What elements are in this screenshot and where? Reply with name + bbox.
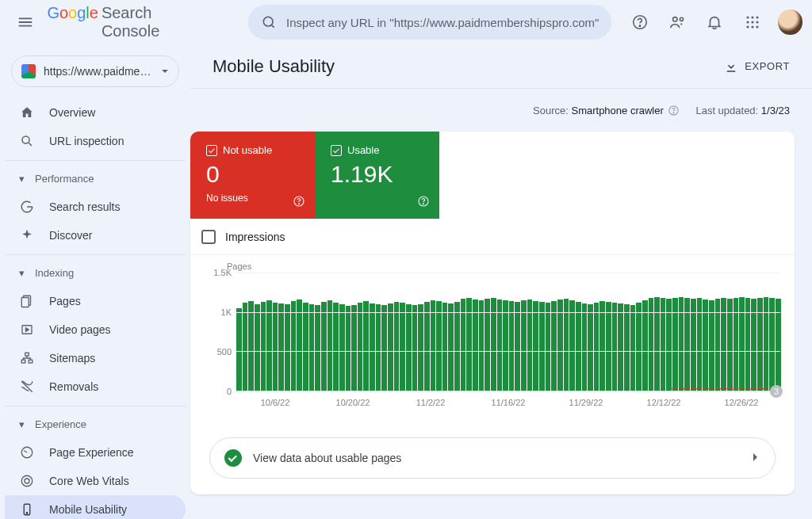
help-button[interactable] [624,6,655,38]
svg-point-5 [746,16,749,18]
section-title: Experience [35,418,86,430]
sidebar-item-search-results[interactable]: Search results [5,193,186,221]
sidebar-item-label: Sitemaps [49,352,95,364]
meta-row: Source: Smartphone crawler Last updated:… [190,89,812,132]
svg-point-6 [751,16,753,18]
chart-bar [309,304,315,391]
source-label: Source: [533,105,569,116]
export-button[interactable]: EXPORT [724,59,790,74]
view-usable-pages-row[interactable]: View data about usable pages [209,437,776,479]
svg-rect-20 [29,360,33,363]
sidebar-item-mobile-usability[interactable]: Mobile Usability [5,495,186,519]
google-logo[interactable]: Google Search Console [47,4,212,40]
chart-bar [442,303,448,391]
section-header-performance[interactable]: ▾ Performance [5,164,186,193]
checkbox-icon [331,145,342,156]
chart-bar [388,303,393,391]
section-title: Performance [35,173,94,185]
sidebar-item-overview[interactable]: Overview [5,98,186,127]
property-favicon [21,64,36,78]
chart-bar [612,303,618,391]
notifications-button[interactable] [699,6,730,38]
sidebar-item-label: Mobile Usability [49,503,127,516]
chart-bar [333,303,339,391]
chart-x-tick: 11/16/22 [469,398,547,407]
action-row-label: View data about usable pages [253,452,740,464]
mobile-icon [19,502,35,517]
chart-x-tick: 11/2/22 [392,398,469,407]
nav-menu-button[interactable] [10,6,40,38]
help-icon[interactable] [417,195,430,211]
chart-bar [557,300,563,391]
manage-users-button[interactable] [661,6,692,38]
tile-label: Usable [347,144,379,156]
svg-point-0 [263,17,273,26]
url-inspection-search[interactable]: Inspect any URL in "https://www.paidmemb… [248,5,611,40]
chart-bar [503,300,508,391]
tile-usable[interactable]: Usable 1.19K [315,132,439,219]
sidebar-item-discover[interactable]: Discover [5,221,186,250]
property-selector[interactable]: https://www.paidmem… [11,55,179,87]
chart-bar [497,300,503,391]
chart-bar [339,304,345,391]
tile-label: Not usable [223,144,272,156]
section-header-experience[interactable]: ▾ Experience [5,410,186,438]
chart-bar [515,302,520,391]
chart-footnote-badge[interactable]: 3 [770,385,783,398]
chart-bar [569,300,575,391]
sidebar-item-pages[interactable]: Pages [5,287,186,315]
chart-x-tick: 12/26/22 [703,398,780,407]
section-header-indexing[interactable]: ▾ Indexing [5,258,186,287]
chart-bar [327,300,333,391]
product-name: Search Console [102,4,212,40]
svg-point-23 [25,479,29,483]
sidebar-item-removals[interactable]: Removals [5,372,186,401]
chart-bar [297,300,302,391]
sidebar-item-page-experience[interactable]: Page Experience [5,438,186,467]
updated-value: 1/3/23 [761,105,790,116]
tile-subtext: No issues [206,193,299,204]
apps-button[interactable] [737,6,768,38]
updated-label: Last updated: [695,105,758,116]
chart-bar [642,300,648,391]
chart-bar [285,304,290,391]
chart-bar [412,305,418,391]
help-icon[interactable] [293,195,305,211]
core-web-vitals-icon [19,474,35,488]
svg-point-25 [26,513,28,514]
svg-point-31 [423,204,423,204]
chevron-down-icon: ▾ [19,267,27,279]
impressions-label: Impressions [225,231,285,243]
impressions-checkbox[interactable] [201,230,216,244]
help-icon[interactable] [668,105,680,116]
chart-bar [654,297,660,391]
usability-chart-card: Not usable 0 No issues Usable 1.19K Impr… [190,132,795,494]
chart-y-tick: 1.5K [213,268,232,277]
chart-bar [551,301,557,391]
chart-bar [381,305,387,391]
account-avatar[interactable] [778,10,803,35]
chart-bar [406,304,412,391]
sidebar-item-core-web-vitals[interactable]: Core Web Vitals [5,467,186,495]
tile-value: 1.19K [331,161,423,188]
source-value: Smartphone crawler [571,105,663,116]
chart-bar [448,303,454,391]
search-placeholder: Inspect any URL in "https://www.paidmemb… [286,16,599,29]
chart-bar [273,303,278,391]
gauge-icon [19,445,35,460]
sidebar-item-url-inspection[interactable]: URL inspection [5,127,186,155]
chart-bar [418,304,423,391]
property-url: https://www.paidmem… [44,65,153,78]
chart-bar [394,302,400,391]
tile-value: 0 [206,161,299,188]
chart-bar [509,301,515,391]
sidebar-item-video-pages[interactable]: Video pages [5,315,186,344]
chart-bar [624,304,630,391]
svg-point-4 [680,17,683,21]
svg-point-7 [756,16,758,18]
svg-rect-19 [21,360,25,363]
sidebar-item-sitemaps[interactable]: Sitemaps [5,344,186,372]
svg-point-8 [746,21,749,23]
search-icon [261,14,277,30]
tile-not-usable[interactable]: Not usable 0 No issues [190,132,315,219]
